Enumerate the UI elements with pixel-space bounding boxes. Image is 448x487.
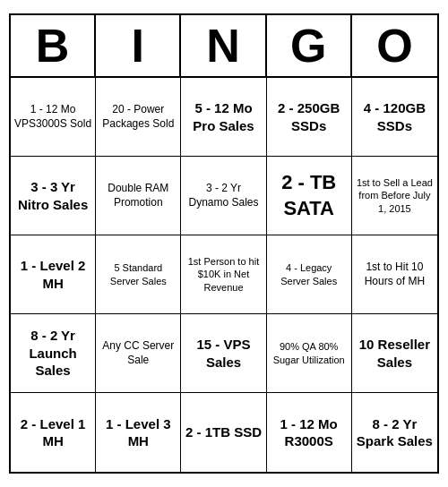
bingo-grid: 1 - 12 Mo VPS3000S Sold20 - Power Packag… xyxy=(11,78,437,472)
bingo-cell-5: 3 - 3 Yr Nitro Sales xyxy=(11,157,96,235)
bingo-cell-15: 8 - 2 Yr Launch Sales xyxy=(11,314,96,393)
header-letter-o: O xyxy=(352,15,437,76)
bingo-cell-9: 1st to Sell a Lead from Before July 1, 2… xyxy=(352,157,437,235)
bingo-cell-4: 4 - 120GB SSDs xyxy=(352,78,437,157)
header-letter-n: N xyxy=(181,15,266,76)
bingo-cell-10: 1 - Level 2 MH xyxy=(11,235,96,314)
header-letter-i: I xyxy=(96,15,181,76)
bingo-cell-16: Any CC Server Sale xyxy=(96,314,181,393)
header-letter-b: B xyxy=(11,15,96,76)
bingo-cell-0: 1 - 12 Mo VPS3000S Sold xyxy=(11,78,96,157)
bingo-cell-3: 2 - 250GB SSDs xyxy=(267,78,352,157)
bingo-cell-24: 8 - 2 Yr Spark Sales xyxy=(352,393,437,472)
bingo-cell-6: Double RAM Promotion xyxy=(96,157,181,235)
header-letter-g: G xyxy=(267,15,352,76)
bingo-cell-2: 5 - 12 Mo Pro Sales xyxy=(181,78,266,157)
bingo-cell-7: 3 - 2 Yr Dynamo Sales xyxy=(181,157,266,235)
bingo-cell-20: 2 - Level 1 MH xyxy=(11,393,96,472)
bingo-cell-22: 2 - 1TB SSD xyxy=(181,393,266,472)
bingo-cell-18: 90% QA 80% Sugar Utilization xyxy=(267,314,352,393)
bingo-cell-23: 1 - 12 Mo R3000S xyxy=(267,393,352,472)
bingo-header: BINGO xyxy=(11,15,437,78)
bingo-cell-13: 4 - Legacy Server Sales xyxy=(267,235,352,314)
bingo-cell-19: 10 Reseller Sales xyxy=(352,314,437,393)
bingo-cell-21: 1 - Level 3 MH xyxy=(96,393,181,472)
bingo-cell-14: 1st to Hit 10 Hours of MH xyxy=(352,235,437,314)
bingo-cell-17: 15 - VPS Sales xyxy=(181,314,266,393)
bingo-cell-1: 20 - Power Packages Sold xyxy=(96,78,181,157)
bingo-card: BINGO 1 - 12 Mo VPS3000S Sold20 - Power … xyxy=(9,13,439,474)
bingo-cell-11: 5 Standard Server Sales xyxy=(96,235,181,314)
bingo-cell-12: 1st Person to hit $10K in Net Revenue xyxy=(181,235,266,314)
bingo-cell-8: 2 - TB SATA xyxy=(267,157,352,235)
